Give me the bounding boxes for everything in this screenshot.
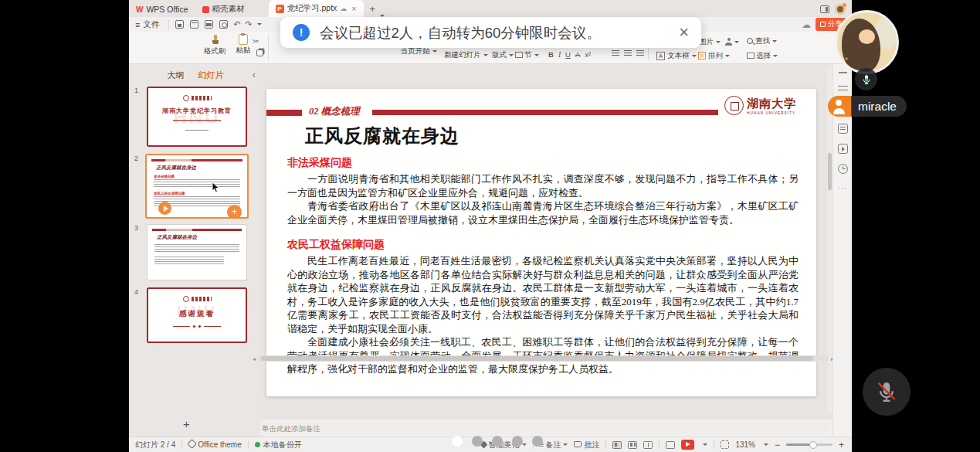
- zoom-in-button[interactable]: +: [839, 440, 844, 450]
- close-tab-icon[interactable]: ×: [351, 4, 356, 13]
- notes-button[interactable]: ≡备注: [540, 440, 568, 450]
- account-avatar[interactable]: [835, 4, 846, 15]
- layout-button[interactable]: 版式: [492, 50, 514, 60]
- dot[interactable]: [532, 436, 543, 447]
- copy-icon[interactable]: [256, 49, 263, 56]
- format-painter-button[interactable]: 格式刷: [201, 35, 229, 56]
- placeholder-person-button[interactable]: [725, 37, 739, 46]
- scroll-left-icon[interactable]: ◄: [252, 357, 256, 362]
- banner-close-icon[interactable]: ×: [679, 22, 689, 42]
- slide-body: 非法采煤问题 一方面说明青海省和其他相关职能部门工作作风不扎实，调查深度不够，发…: [287, 156, 799, 376]
- tab-outline[interactable]: 大纲: [168, 70, 185, 87]
- vertical-scrollbar[interactable]: [827, 66, 832, 413]
- select-button[interactable]: 选择: [747, 51, 778, 61]
- new-slide-button[interactable]: 新建幻灯片: [444, 50, 488, 60]
- animation-panel-icon[interactable]: [838, 144, 848, 154]
- dot[interactable]: [472, 436, 483, 447]
- tab-slides[interactable]: 幻灯片: [198, 70, 224, 87]
- horizontal-scrollbar[interactable]: ◄ ►: [258, 355, 829, 362]
- arrange-icon: [698, 52, 706, 59]
- mute-microphone-button[interactable]: [863, 368, 910, 416]
- more-tools-icon[interactable]: ···: [838, 184, 847, 192]
- backup-status[interactable]: 本地备份开: [255, 440, 302, 450]
- strikethrough-icon[interactable]: A: [575, 50, 580, 59]
- align-center-icon[interactable]: [624, 50, 632, 56]
- properties-icon[interactable]: [838, 83, 848, 93]
- undo-icon[interactable]: ↶: [233, 19, 240, 29]
- dot[interactable]: [492, 436, 503, 447]
- play-slide-button[interactable]: [158, 202, 171, 215]
- participant-name-pill[interactable]: miracle: [828, 96, 907, 117]
- history-icon[interactable]: [838, 164, 848, 174]
- participant-avatar[interactable]: [835, 10, 899, 74]
- cut-icon[interactable]: ✂: [253, 37, 259, 46]
- superscript-icon[interactable]: x²: [585, 50, 591, 59]
- wps-logo-icon: W: [136, 5, 143, 14]
- underline-icon[interactable]: U: [565, 50, 571, 59]
- textbox-icon: A: [656, 52, 665, 60]
- comments-button[interactable]: 批注: [574, 440, 599, 450]
- presenter-icon[interactable]: [666, 441, 675, 449]
- section-button[interactable]: 节: [515, 50, 539, 60]
- redo-icon[interactable]: ↷: [245, 19, 252, 29]
- find-button[interactable]: 查找: [747, 36, 777, 46]
- zoom-slider-thumb[interactable]: [809, 441, 817, 449]
- new-slide-plus-button[interactable]: +: [183, 417, 190, 430]
- slide-number: 3: [134, 224, 138, 232]
- more-commands-chevron-icon[interactable]: [257, 23, 262, 25]
- slide-thumbnail-4[interactable]: HNU 感谢观看: [147, 287, 247, 343]
- slide-thumbnail-1[interactable]: HNU 湖南大学党纪学习教育: [147, 87, 247, 147]
- chevron-down-icon[interactable]: [703, 444, 707, 446]
- slide-sorter-view-icon[interactable]: [628, 441, 637, 449]
- print-preview-icon[interactable]: [219, 20, 228, 29]
- add-slide-button[interactable]: +: [227, 205, 242, 219]
- align-left-icon[interactable]: [612, 50, 619, 56]
- slideshow-play-button[interactable]: [681, 440, 694, 450]
- sidebar-toggle-icon[interactable]: [820, 5, 829, 13]
- collapse-panel-icon[interactable]: ‹: [253, 69, 256, 80]
- print-icon[interactable]: [205, 20, 213, 29]
- pagination-dots: [452, 436, 543, 447]
- chevron-down-icon: [692, 55, 697, 57]
- output-icon[interactable]: [190, 20, 198, 29]
- dot[interactable]: [512, 436, 523, 447]
- arrange-button[interactable]: 排列: [698, 51, 730, 61]
- slide-thumbnail-2-selected[interactable]: 正风反腐就在身边 非法采煤问题 农民工权益保障问题 +: [145, 154, 249, 219]
- tab-presentation-active[interactable]: P 党纪学习.pptx ☁ ×: [269, 0, 364, 17]
- tab-label: WPS Office: [146, 5, 188, 14]
- slide-page[interactable]: 02 概念梳理 湖南大学 HUNAN UNIVERSITY 正风反腐就在身边 非…: [266, 89, 816, 396]
- horizontal-scrollbar-thumb[interactable]: [261, 356, 813, 361]
- tab-docer[interactable]: 稻壳素材: [195, 2, 252, 17]
- zoom-out-button[interactable]: −: [775, 440, 780, 450]
- notes-placeholder[interactable]: 单击此处添加备注: [260, 423, 829, 435]
- file-menu[interactable]: ≡ 文件: [129, 19, 165, 30]
- align-right-icon[interactable]: [636, 50, 644, 56]
- slide-thumbnail-3[interactable]: 正风反腐就在身边: [147, 224, 247, 280]
- tab-wps-office[interactable]: W WPS Office: [129, 2, 195, 17]
- hnu-logo: 湖南大学 HUNAN UNIVERSITY: [724, 96, 796, 115]
- italic-icon[interactable]: I: [558, 51, 561, 59]
- slide-number: 4: [134, 288, 138, 296]
- dot-active[interactable]: [452, 436, 463, 447]
- chevron-down-icon: [734, 41, 739, 43]
- cloud-status-icon[interactable]: ☁: [802, 19, 811, 30]
- chevron-down-icon[interactable]: [764, 444, 768, 446]
- zoom-slider[interactable]: [786, 444, 832, 446]
- zoom-level[interactable]: 131%: [735, 440, 755, 449]
- mic-active-indicator[interactable]: [855, 68, 877, 90]
- reading-view-icon[interactable]: [643, 441, 653, 449]
- editing-canvas[interactable]: 02 概念梳理 湖南大学 HUNAN UNIVERSITY 正风反腐就在身边 非…: [263, 64, 832, 420]
- bold-icon[interactable]: B: [548, 50, 554, 59]
- date-line: [185, 130, 209, 131]
- format-painter-icon: [210, 35, 220, 45]
- tab-label: 稻壳素材: [212, 4, 245, 15]
- fit-slide-icon[interactable]: [721, 440, 729, 449]
- comments-panel-icon[interactable]: [838, 124, 848, 134]
- chevron-down-icon: [432, 50, 437, 53]
- normal-view-icon[interactable]: [612, 441, 622, 449]
- new-tab-button[interactable]: +: [370, 4, 375, 15]
- textbox-button[interactable]: A文本框: [656, 51, 697, 61]
- vertical-scrollbar-thumb[interactable]: [828, 153, 832, 190]
- theme-button[interactable]: Office theme: [188, 440, 242, 449]
- save-icon[interactable]: [175, 20, 184, 29]
